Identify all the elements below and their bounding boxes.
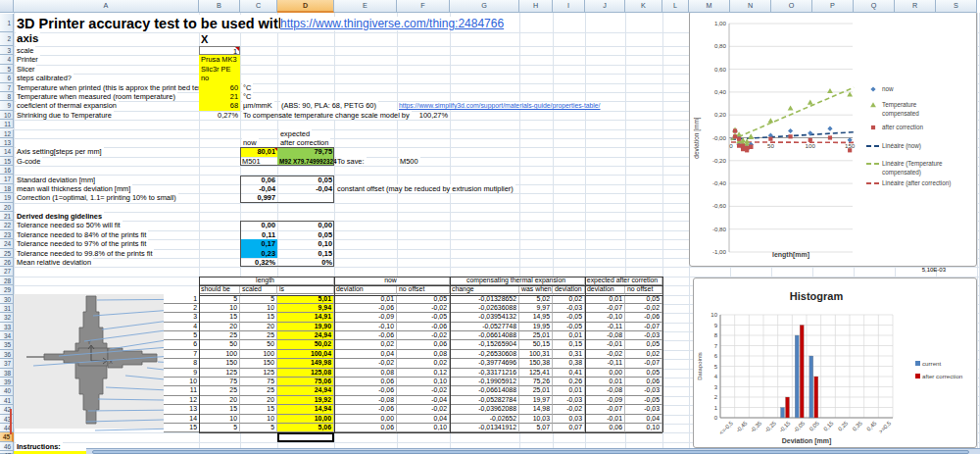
- row-header-34[interactable]: 34: [0, 331, 14, 340]
- table-cell[interactable]: -0,19905912: [450, 378, 519, 386]
- table-cell[interactable]: 0,04: [334, 350, 397, 359]
- table-row-index[interactable]: 11: [164, 386, 199, 395]
- table-cell[interactable]: 150: [240, 359, 277, 368]
- table-cell[interactable]: -0,07: [625, 359, 662, 368]
- table-cell[interactable]: 20: [199, 323, 240, 331]
- table-cell[interactable]: 5,01: [277, 295, 334, 304]
- table-cell[interactable]: -0,02: [585, 350, 625, 359]
- table-cell[interactable]: -0,02636088: [450, 304, 519, 313]
- row-header-27[interactable]: 27: [0, 267, 14, 276]
- table-cell[interactable]: -0,10: [585, 313, 625, 322]
- table-row-index[interactable]: 14: [164, 415, 199, 424]
- row-header-19[interactable]: 19: [0, 193, 14, 202]
- table-cell[interactable]: 50: [199, 340, 240, 349]
- table-cell[interactable]: 0,31: [553, 350, 585, 359]
- table-cell[interactable]: -0,02: [397, 304, 450, 313]
- row-header-21[interactable]: 21: [0, 212, 14, 221]
- selected-cell-D45[interactable]: [277, 432, 334, 441]
- table-cell[interactable]: -0,09: [585, 396, 625, 405]
- row-header-41[interactable]: 41: [0, 396, 14, 405]
- table-cell[interactable]: 15: [240, 313, 277, 322]
- table-cell[interactable]: 100: [199, 350, 240, 359]
- row-header-8[interactable]: 8: [0, 92, 14, 101]
- column-header-R[interactable]: R: [895, 0, 936, 13]
- table-cell[interactable]: 0,04: [625, 415, 662, 424]
- table-cell[interactable]: 0,06: [334, 424, 397, 432]
- row-header-39[interactable]: 39: [0, 378, 14, 386]
- row-header-29[interactable]: 29: [0, 285, 14, 294]
- row-header-7[interactable]: 7: [0, 83, 14, 92]
- row-header-30[interactable]: 30: [0, 295, 14, 304]
- table-cell[interactable]: 0,10: [397, 424, 450, 432]
- tol97-after-cell[interactable]: 0,10: [277, 239, 334, 248]
- slicer-value-cell[interactable]: Slic3r PE: [199, 65, 240, 74]
- table-cell[interactable]: 0,01: [553, 331, 585, 340]
- table-cell[interactable]: -0,02652: [450, 415, 519, 424]
- table-cell[interactable]: 0,02: [334, 340, 397, 349]
- table-cell[interactable]: 0,05: [625, 369, 662, 378]
- table-cell[interactable]: 25: [199, 331, 240, 340]
- table-cell[interactable]: 25,01: [519, 386, 553, 395]
- table-cell[interactable]: -0,10: [334, 323, 397, 331]
- row-header-32[interactable]: 32: [0, 313, 14, 322]
- scrollbar-thumb[interactable]: [92, 450, 969, 454]
- table-cell[interactable]: 10: [240, 415, 277, 424]
- row-header-38[interactable]: 38: [0, 369, 14, 378]
- tol998-now-cell[interactable]: 0,23: [240, 249, 277, 258]
- column-header-L[interactable]: L: [662, 0, 689, 13]
- table-cell[interactable]: 150,38: [519, 359, 553, 368]
- row-header-36[interactable]: 36: [0, 350, 14, 359]
- temp-printed-value-cell[interactable]: 60: [199, 83, 240, 92]
- table-row-index[interactable]: 12: [164, 396, 199, 405]
- table-cell[interactable]: -0,08: [585, 331, 625, 340]
- table-cell[interactable]: 0,02: [553, 295, 585, 304]
- table-cell[interactable]: 0,02: [625, 350, 662, 359]
- table-cell[interactable]: -0,02: [397, 405, 450, 414]
- table-cell[interactable]: 10,03: [519, 415, 553, 424]
- table-cell[interactable]: 0,08: [334, 369, 397, 378]
- table-cell[interactable]: -0,11: [585, 323, 625, 331]
- table-cell[interactable]: 50,02: [277, 340, 334, 349]
- table-row-index[interactable]: 2: [164, 304, 199, 313]
- axis-setting-after-cell[interactable]: 79,75: [277, 147, 334, 156]
- select-all-corner[interactable]: [0, 0, 14, 13]
- scale-value-cell[interactable]: 1: [199, 46, 240, 55]
- wall-after-cell[interactable]: -0,04: [277, 184, 334, 193]
- printer-value-cell[interactable]: Prusa MK3: [199, 55, 240, 64]
- table-cell[interactable]: 0,06: [585, 424, 625, 432]
- tol84-after-cell[interactable]: 0,05: [277, 230, 334, 239]
- table-cell[interactable]: 25: [240, 331, 277, 340]
- table-cell[interactable]: -0,11: [585, 359, 625, 368]
- table-row-index[interactable]: 5: [164, 331, 199, 340]
- row-header-33[interactable]: 33: [0, 323, 14, 331]
- gcode-now-cell[interactable]: M501: [240, 157, 277, 166]
- table-row-index[interactable]: 13: [164, 405, 199, 414]
- row-header-31[interactable]: 31: [0, 304, 14, 313]
- row-header-9[interactable]: 9: [0, 101, 14, 110]
- table-cell[interactable]: -0,02: [397, 331, 450, 340]
- expansion-value-cell[interactable]: 68: [199, 101, 240, 110]
- table-cell[interactable]: -0,06: [334, 304, 397, 313]
- table-cell[interactable]: -0,09: [334, 313, 397, 322]
- row-header-4[interactable]: 4: [0, 55, 14, 64]
- column-header-F[interactable]: F: [397, 0, 450, 13]
- table-cell[interactable]: 19,90: [277, 323, 334, 331]
- table-cell[interactable]: -0,01341912: [450, 424, 519, 432]
- row-header-46[interactable]: 46: [0, 442, 14, 451]
- tol84-now-cell[interactable]: 0,11: [240, 230, 277, 239]
- table-row-index[interactable]: 6: [164, 340, 199, 349]
- table-cell[interactable]: 125: [199, 369, 240, 378]
- table-cell[interactable]: -0,06: [334, 405, 397, 414]
- table-cell[interactable]: 125,41: [519, 369, 553, 378]
- table-cell[interactable]: 0,12: [397, 369, 450, 378]
- steps-calibrated-value-cell[interactable]: no: [199, 74, 240, 82]
- table-cell[interactable]: -0,03: [553, 396, 585, 405]
- table-cell[interactable]: 5,06: [277, 424, 334, 432]
- table-cell[interactable]: 9,97: [519, 304, 553, 313]
- shrink-value-cell[interactable]: 0,27%: [199, 111, 240, 120]
- table-cell[interactable]: 0,06: [397, 340, 450, 349]
- table-cell[interactable]: -0,05282784: [450, 396, 519, 405]
- table-cell[interactable]: 14,95: [519, 313, 553, 322]
- table-cell[interactable]: 10: [199, 415, 240, 424]
- row-header-15[interactable]: 15: [0, 157, 14, 166]
